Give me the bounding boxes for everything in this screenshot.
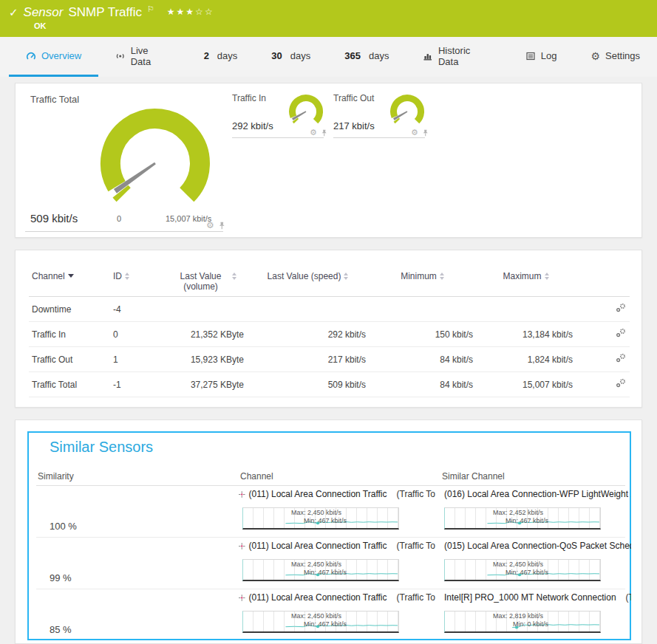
move-crosshair-icon[interactable]	[239, 490, 245, 499]
channel-name-cell[interactable]: Downtime	[29, 297, 110, 322]
similar-channel-cell: (015) Local Area Connection-QoS Packet S…	[440, 540, 631, 552]
channel-name-cell[interactable]: Traffic Out	[29, 347, 110, 372]
channel-type: (Traffic To	[397, 592, 435, 603]
table-row-traffic-total: Traffic Total -1 37,275 KByte 509 kbit/s…	[29, 372, 630, 397]
gauge-in-actions: ⚙	[310, 129, 327, 137]
mini-graph[interactable]: Max: 2,450 kbit/sMin: 467 kbit/s	[242, 611, 399, 633]
channel-type: (Traffic To	[397, 489, 435, 499]
spark-max-label: Max: 2,819 kbit/s	[493, 612, 543, 620]
traffic-out-gauge[interactable]	[389, 94, 425, 129]
col-header-id[interactable]: ID	[110, 267, 162, 297]
table-row-downtime: Downtime -4	[29, 297, 630, 322]
flag-icon[interactable]: ⚐	[147, 4, 154, 14]
tab-label: Log	[541, 50, 557, 61]
col-header-minimum[interactable]: Minimum	[369, 267, 476, 297]
channel-link[interactable]: (011) Local Area Connection Traffic	[249, 489, 387, 499]
ok-check-icon: ✓	[9, 6, 18, 19]
col-header-label: Channel	[32, 271, 65, 281]
channel-settings-gears-icon[interactable]	[615, 353, 627, 363]
col-header-last-value-speed[interactable]: Last Value (speed)	[247, 267, 369, 297]
mini-graph[interactable]: Max: 2,452 kbit/sMin: 467 kbit/s	[444, 507, 601, 530]
tab-settings[interactable]: ⚙ Settings	[573, 37, 657, 77]
tab-label: Overview	[41, 50, 81, 61]
channel-name-cell[interactable]: Traffic Total	[29, 372, 110, 397]
priority-stars[interactable]: ★★★☆☆	[167, 7, 214, 17]
gauge-out-label: Traffic Out	[333, 93, 374, 103]
col-header-actions	[576, 267, 630, 297]
col-header-label: Minimum	[401, 271, 437, 281]
tab-number: 365	[344, 50, 361, 61]
col-header-label: Last Value (speed)	[268, 271, 341, 281]
channel-name-cell[interactable]: Traffic In	[29, 322, 110, 347]
channel-table-panel: Channel ID Last Value (volume) Last Valu…	[15, 250, 642, 408]
spark-max-label: Max: 2,450 kbit/s	[291, 612, 341, 620]
sort-icon	[545, 273, 549, 280]
tab-historic-data[interactable]: Historic Data	[406, 37, 508, 77]
gear-icon[interactable]: ⚙	[310, 129, 317, 137]
tab-number: 2	[204, 50, 209, 61]
tab-label: Historic Data	[438, 45, 491, 67]
col-header-channel[interactable]: Channel	[29, 267, 110, 297]
channel-settings-gears-icon[interactable]	[615, 303, 627, 313]
gauge-in-label: Traffic In	[232, 93, 266, 103]
similarity-value: 99 %	[50, 572, 72, 583]
gear-icon: ⚙	[590, 51, 600, 61]
speed-cell	[247, 297, 369, 322]
pin-icon[interactable]	[422, 129, 429, 137]
spark-max-label: Max: 2,450 kbit/s	[291, 561, 341, 569]
pin-icon[interactable]	[321, 129, 327, 137]
mini-graph[interactable]: Max: 2,450 kbit/sMin: 467 kbit/s	[242, 507, 399, 530]
volume-cell: 15,923 KByte	[162, 347, 247, 372]
table-row-traffic-in: Traffic In 0 21,352 KByte 292 kbit/s 150…	[29, 322, 630, 347]
move-crosshair-icon[interactable]	[239, 542, 245, 550]
tab-log[interactable]: Log	[508, 37, 574, 77]
tab-live-data[interactable]: Live Data	[98, 37, 186, 77]
channel-cell: (011) Local Area Connection Traffic (Tra…	[239, 488, 435, 500]
channel-link[interactable]: Intel[R] PRO_1000 MT Network Connection	[444, 592, 616, 603]
gauge-out-actions: ⚙	[411, 129, 429, 137]
similar-sensors-title: Similar Sensors	[50, 439, 153, 456]
traffic-in-gauge[interactable]	[288, 94, 324, 129]
tab-label: Settings	[605, 50, 640, 61]
minimum-cell: 84 kbit/s	[369, 372, 476, 397]
channel-settings-gears-icon[interactable]	[615, 328, 627, 338]
log-icon	[525, 51, 536, 61]
col-header-last-value-volume[interactable]: Last Value (volume)	[162, 267, 247, 297]
mini-graph[interactable]: Max: 2,450 kbit/sMin: 467 kbit/s	[242, 559, 399, 581]
pin-icon[interactable]	[218, 222, 225, 230]
channel-id-cell: 1	[110, 347, 162, 372]
tab-2-days[interactable]: 2 days	[187, 37, 255, 77]
sensor-title-line: ✓ Sensor SNMP Traffic ⚐ ★★★☆☆	[0, 0, 657, 20]
gear-icon[interactable]: ⚙	[206, 221, 214, 230]
mini-graph[interactable]: Max: 2,450 kbit/sMin: 467 kbit/s	[444, 559, 601, 581]
move-crosshair-icon[interactable]	[239, 594, 245, 602]
maximum-cell: 13,184 kbit/s	[476, 322, 576, 347]
col-header-label: Maximum	[503, 271, 541, 281]
similar-sensors-panel: Similar Sensors Similarity Channel Simil…	[15, 419, 642, 644]
channel-link[interactable]: (011) Local Area Connection Traffic	[249, 592, 387, 603]
similar-sensors-box: Similar Sensors Similarity Channel Simil…	[27, 431, 631, 640]
channel-type: (To	[626, 592, 631, 603]
tab-365-days[interactable]: 365 days	[327, 37, 406, 77]
tab-number: 30	[271, 50, 282, 61]
speed-cell: 217 kbit/s	[247, 347, 369, 372]
channel-link[interactable]: (016) Local Area Connection-WFP LightWei…	[444, 489, 631, 499]
traffic-total-gauge[interactable]	[96, 104, 214, 222]
channel-link[interactable]: (011) Local Area Connection Traffic	[249, 541, 387, 551]
spark-max-label: Max: 2,450 kbit/s	[493, 561, 543, 569]
minimum-cell: 84 kbit/s	[369, 347, 476, 372]
tab-label: Live Data	[131, 45, 170, 67]
channel-link[interactable]: (015) Local Area Connection-QoS Packet S…	[444, 541, 631, 551]
gear-icon[interactable]: ⚙	[411, 129, 418, 137]
volume-cell: 37,275 KByte	[162, 372, 247, 397]
maximum-cell	[476, 297, 576, 322]
gauge-total-label: Traffic Total	[30, 94, 79, 105]
channel-table: Channel ID Last Value (volume) Last Valu…	[29, 267, 630, 397]
speed-cell: 509 kbit/s	[247, 372, 369, 397]
tab-overview[interactable]: Overview	[9, 37, 98, 77]
col-header-maximum[interactable]: Maximum	[476, 267, 576, 297]
channel-settings-gears-icon[interactable]	[615, 378, 627, 388]
mini-graph[interactable]: Max: 2,819 kbit/sMin: 0 kbit/s	[444, 611, 601, 633]
similarity-value: 100 %	[50, 521, 77, 532]
tab-30-days[interactable]: 30 days	[254, 37, 327, 77]
